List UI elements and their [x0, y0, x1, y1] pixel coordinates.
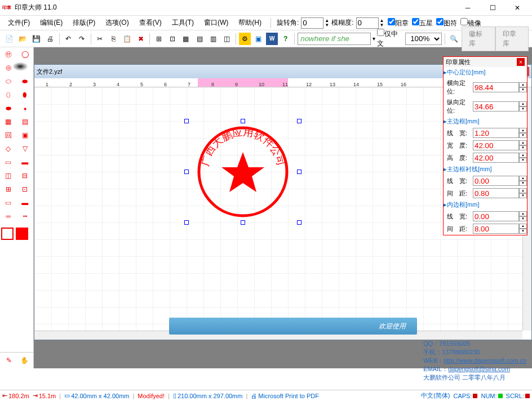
new-icon[interactable]: 📄 — [3, 33, 15, 45]
tool-3-icon[interactable]: ▦ — [180, 33, 192, 45]
spin-down-icon[interactable]: ▼ — [519, 216, 527, 221]
prop-section-head[interactable]: ▸内边框[mm] — [444, 199, 527, 210]
spin-down-icon[interactable]: ▼ — [519, 229, 527, 234]
menu-layout[interactable]: 排版(P) — [68, 16, 100, 29]
shape-pill-icon[interactable]: ⬬ — [0, 101, 17, 115]
shape-split-a-icon[interactable]: ◫ — [0, 169, 17, 182]
spin-down-icon[interactable]: ▼ — [519, 193, 527, 198]
spin-up-icon[interactable]: ▲ — [519, 188, 527, 193]
shape-diamond-icon[interactable]: ◇ — [0, 142, 17, 155]
menu-tool[interactable]: 工具(T) — [167, 16, 198, 29]
spin-down-icon[interactable]: ▼ — [519, 133, 527, 138]
spin-up-icon[interactable]: ▲ — [519, 101, 527, 106]
shape-grid-b-icon[interactable]: ▤ — [17, 115, 34, 128]
shape-oval-a-icon[interactable]: ⬯ — [0, 88, 17, 101]
handle-sw[interactable] — [184, 220, 189, 225]
shape-rect-a-icon[interactable]: ▭ — [0, 155, 17, 169]
tool-2-icon[interactable]: ⊡ — [166, 33, 178, 45]
tool-1-icon[interactable]: ⊞ — [153, 33, 165, 45]
shape-grid-a-icon[interactable]: ▦ — [0, 115, 17, 128]
handle-w[interactable] — [184, 170, 189, 174]
prop-input[interactable] — [473, 176, 519, 186]
undo-icon[interactable]: ↶ — [62, 33, 74, 45]
prop-section-head[interactable]: ▸主边框[mm] — [444, 116, 527, 127]
spin-down-icon[interactable]: ▼ — [519, 145, 527, 150]
menu-file[interactable]: 文件(F) — [3, 16, 34, 29]
tool-hand-icon[interactable]: ✋ — [17, 354, 33, 367]
spin-down-icon[interactable]: ▼ — [519, 87, 527, 92]
shape-triangle-icon[interactable]: ▽ — [17, 142, 34, 155]
prop-input[interactable] — [473, 211, 519, 221]
handle-ne[interactable] — [297, 119, 302, 123]
check-star[interactable]: 五星 — [412, 18, 433, 28]
shape-square-a-icon[interactable]: 回 — [0, 128, 17, 142]
tool-4-icon[interactable]: ▤ — [193, 33, 205, 45]
tool-a-icon[interactable]: ⚙ — [239, 33, 251, 45]
delete-icon[interactable]: ✖ — [135, 33, 147, 45]
spin-up-icon[interactable]: ▲ — [519, 140, 527, 145]
shape-win-b-icon[interactable]: ⊡ — [17, 182, 34, 196]
handle-e[interactable] — [297, 170, 302, 174]
close-button[interactable]: ✕ — [505, 0, 530, 16]
maximize-button[interactable]: ☐ — [480, 0, 505, 16]
only-cn-check[interactable]: 仅中文 — [377, 29, 404, 48]
rotate-input[interactable] — [301, 17, 323, 29]
check-symbol[interactable]: 图符 — [436, 18, 457, 28]
menu-view[interactable]: 查看(V) — [135, 16, 166, 29]
zoom-combo[interactable]: 100% — [405, 33, 442, 45]
word-icon[interactable]: W — [266, 33, 278, 45]
shape-square-b-icon[interactable]: ▣ — [17, 128, 34, 142]
menu-option[interactable]: 选项(O) — [101, 16, 133, 29]
prop-input[interactable] — [473, 128, 519, 138]
tool-pick-icon[interactable]: ✎ — [1, 354, 17, 367]
prop-input[interactable] — [473, 140, 519, 150]
spin-down-icon[interactable]: ▼ — [519, 181, 527, 186]
spin-up-icon[interactable]: ▲ — [519, 176, 527, 181]
prop-input[interactable] — [473, 153, 519, 163]
spin-up-icon[interactable]: ▲ — [519, 128, 527, 133]
zoom-tool-icon[interactable]: 🔍 — [448, 33, 460, 45]
handle-s[interactable] — [241, 220, 245, 225]
shape-bar-b-icon[interactable]: ▬ — [17, 196, 34, 210]
tool-5-icon[interactable]: ▥ — [207, 33, 219, 45]
copy-icon[interactable]: ⎘ — [108, 33, 119, 45]
paste-icon[interactable]: 📋 — [121, 33, 133, 45]
color-fill-swatch[interactable] — [16, 228, 28, 240]
menu-window[interactable]: 窗口(W) — [200, 16, 233, 29]
print-icon[interactable]: 🖨 — [44, 33, 56, 45]
prop-section-head[interactable]: ▸中心定位[mm] — [444, 67, 527, 78]
shape-split-b-icon[interactable]: ⊟ — [17, 169, 34, 182]
prop-input[interactable] — [473, 188, 519, 198]
menu-edit[interactable]: 编辑(E) — [36, 16, 67, 29]
check-yang[interactable]: 阳章 — [388, 18, 409, 28]
spin-up-icon[interactable]: ▲ — [519, 224, 527, 229]
company-web-link[interactable]: http://www.dapengsoft.com.cn — [444, 357, 526, 364]
menu-help[interactable]: 帮助(H) — [234, 16, 266, 29]
spin-up-icon[interactable]: ▲ — [519, 211, 527, 216]
minimize-button[interactable]: ─ — [455, 0, 480, 16]
shape-rect-b-icon[interactable]: ▬ — [17, 155, 34, 169]
tool-b-icon[interactable]: ▣ — [252, 33, 264, 45]
spin-up-icon[interactable]: ▲ — [519, 153, 527, 158]
prop-input[interactable] — [473, 224, 519, 234]
redo-icon[interactable]: ↷ — [76, 33, 88, 45]
help-icon[interactable]: ? — [280, 33, 291, 45]
shape-bar-a-icon[interactable]: ▭ — [0, 196, 17, 210]
shape-win-a-icon[interactable]: ⊞ — [0, 182, 17, 196]
open-icon[interactable]: 📂 — [17, 33, 29, 45]
prop-section-head[interactable]: ▸主边框衬线[mm] — [444, 164, 527, 175]
handle-nw[interactable] — [184, 119, 189, 123]
prop-input[interactable] — [473, 82, 519, 92]
color-outline-swatch[interactable] — [1, 228, 14, 240]
shape-dots-icon[interactable]: ┅ — [17, 210, 34, 223]
handle-se[interactable] — [297, 220, 302, 225]
save-icon[interactable]: 💾 — [30, 33, 42, 45]
company-email-link[interactable]: dapengsoft@sina.com — [448, 366, 510, 372]
tool-6-icon[interactable]: ◫ — [221, 33, 233, 45]
text-input[interactable] — [298, 33, 371, 45]
shape-lines-icon[interactable]: ═ — [0, 210, 17, 223]
shape-lens-icon[interactable]: ⬥ — [17, 101, 34, 115]
properties-close-button[interactable]: × — [517, 58, 525, 66]
prop-input[interactable] — [473, 101, 519, 112]
blur-input[interactable] — [356, 17, 379, 29]
